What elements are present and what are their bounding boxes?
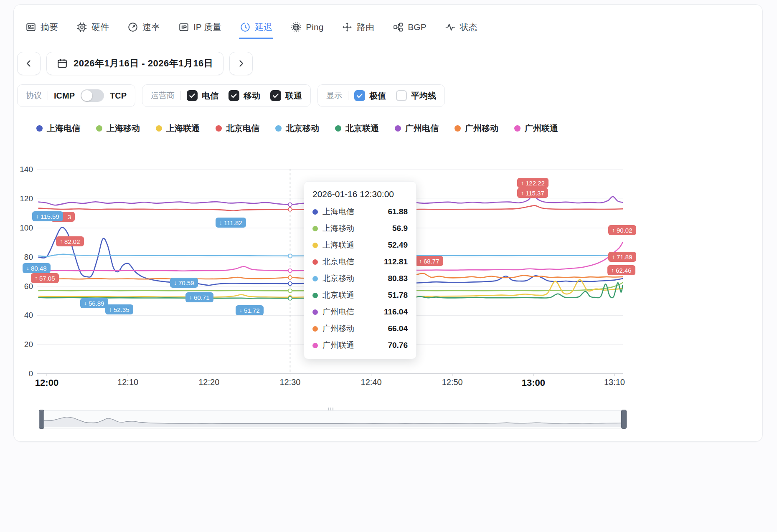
series-color-dot	[312, 309, 318, 315]
extreme-badge: ↓56.89	[80, 298, 108, 308]
series-color-dot	[312, 326, 318, 332]
up-arrow-icon: ↑	[60, 238, 63, 245]
y-axis-label: 140	[14, 165, 33, 175]
up-arrow-icon: ↑	[521, 180, 524, 186]
chart-area: 2026-01-16 12:30:00 上海电信61.88上海移动56.9上海联…	[14, 5, 762, 441]
tooltip-row: 广州联通70.76	[312, 337, 408, 354]
up-arrow-icon: ↑	[35, 275, 38, 281]
y-axis-label: 40	[14, 310, 33, 320]
x-axis-label: 12:30	[265, 377, 315, 387]
y-axis-label: 80	[14, 252, 33, 262]
extreme-badge: ↑62.46	[607, 265, 635, 275]
tooltip-row: 广州电信116.04	[312, 304, 408, 320]
extreme-badge: ↓111.82	[216, 218, 246, 228]
y-axis-label: 20	[14, 339, 33, 350]
up-arrow-icon: ↑	[611, 267, 614, 274]
tooltip-row: 上海电信61.88	[312, 203, 408, 220]
tooltip-rows: 上海电信61.88上海移动56.9上海联通52.49北京电信112.81北京移动…	[312, 203, 408, 354]
extreme-badge: ↑71.89	[608, 252, 636, 262]
tooltip-row: 北京电信112.81	[312, 253, 408, 270]
monitor-panel: 摘要硬件速率IP 质量延迟Ping路由BGP状态 2026年1月16日 - 20…	[13, 4, 763, 442]
slider-grip-icon[interactable]	[328, 408, 333, 410]
series-color-dot	[312, 243, 318, 248]
x-axis-label: 12:10	[103, 377, 153, 387]
y-axis-label: 100	[14, 223, 33, 233]
tooltip-row: 北京联通51.78	[312, 287, 408, 304]
extreme-badge: ↓70.59	[170, 278, 198, 288]
down-arrow-icon: ↓	[239, 307, 242, 314]
extreme-badge: ↓60.71	[185, 292, 213, 302]
extreme-badge: ↓80.48	[23, 263, 51, 273]
tooltip-row: 上海联通52.49	[312, 237, 408, 253]
extreme-badge: ↓51.72	[236, 305, 264, 315]
extreme-badge: ↑82.02	[56, 236, 84, 246]
extreme-badge: ↑90.02	[608, 225, 636, 235]
zoom-slider-canvas	[40, 410, 626, 428]
zoom-slider[interactable]	[39, 410, 626, 428]
down-arrow-icon: ↓	[109, 306, 112, 313]
tooltip-row: 上海移动56.9	[312, 220, 408, 237]
series-color-dot	[312, 343, 318, 348]
series-color-dot	[312, 293, 318, 298]
y-axis-label: 120	[14, 194, 33, 204]
series-color-dot	[312, 276, 318, 281]
up-arrow-icon: ↑	[419, 258, 422, 264]
x-axis-label: 12:00	[22, 377, 72, 388]
chart-tooltip: 2026-01-16 12:30:00 上海电信61.88上海移动56.9上海联…	[304, 181, 416, 359]
tooltip-row: 广州移动66.04	[312, 320, 408, 337]
down-arrow-icon: ↓	[189, 294, 192, 301]
extreme-badge: ↓115.59	[32, 211, 63, 221]
x-axis-label: 13:10	[589, 377, 640, 387]
up-arrow-icon: ↑	[612, 253, 615, 260]
down-arrow-icon: ↓	[219, 219, 222, 226]
x-axis-label: 12:40	[346, 377, 396, 387]
series-color-dot	[312, 259, 318, 265]
y-axis-label: 60	[14, 281, 33, 291]
extreme-badge: ↓52.35	[105, 304, 133, 314]
up-arrow-icon: ↑	[521, 190, 524, 196]
zoom-handle-left[interactable]	[39, 410, 44, 429]
down-arrow-icon: ↓	[174, 279, 177, 286]
down-arrow-icon: ↓	[36, 213, 39, 220]
extreme-badge: ↑122.22	[517, 178, 548, 188]
up-arrow-icon: ↑	[612, 227, 615, 233]
extreme-badge: ↑57.05	[31, 273, 59, 283]
x-axis-label: 12:20	[184, 377, 234, 387]
x-axis-label: 13:00	[508, 377, 559, 388]
extreme-badge: ↑68.77	[415, 256, 443, 266]
series-color-dot	[312, 209, 318, 215]
down-arrow-icon: ↓	[26, 265, 29, 271]
zoom-handle-right[interactable]	[621, 410, 627, 429]
tooltip-row: 北京移动80.83	[312, 270, 408, 287]
extreme-badge: ↑115.37	[517, 188, 548, 198]
tooltip-title: 2026-01-16 12:30:00	[312, 189, 408, 199]
series-color-dot	[312, 226, 318, 231]
x-axis-label: 12:50	[427, 377, 477, 387]
down-arrow-icon: ↓	[84, 300, 87, 307]
